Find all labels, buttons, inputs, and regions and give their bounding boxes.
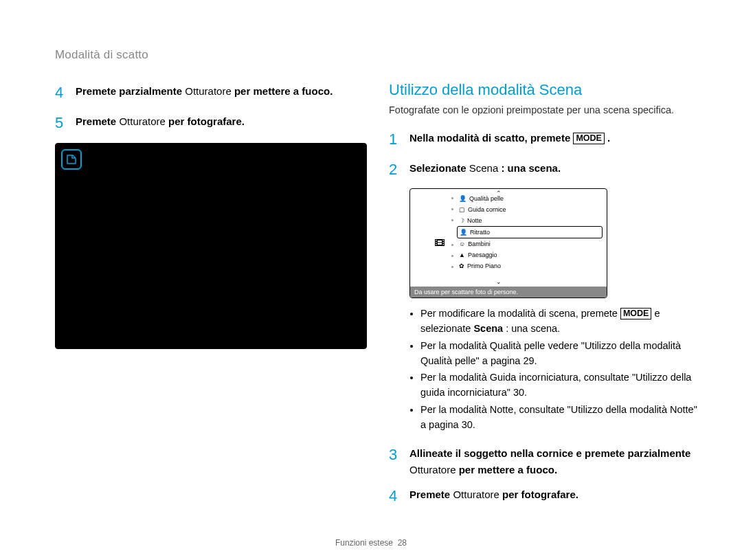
flower-icon: ✿	[459, 262, 464, 269]
svg-rect-8	[438, 243, 442, 245]
step-text: Allineate il soggetto nella cornice e pr…	[409, 443, 701, 478]
step-text: Premete Otturatore per fotografare.	[76, 111, 245, 135]
film-icon	[435, 238, 445, 249]
mountain-icon: ▲	[459, 251, 465, 258]
svg-rect-2	[436, 242, 437, 243]
step-text: Selezionate Scena : una scena.	[409, 158, 561, 181]
scene-item-guida-cornice: ▢Guida cornice	[457, 204, 603, 215]
frame-icon: ▢	[459, 206, 465, 213]
scene-item-primo-piano: ✿Primo Piano	[457, 260, 603, 271]
step-3: 3 Allineate il soggetto nella cornice e …	[389, 443, 701, 478]
step-text: Premete parzialmente Otturatore per mett…	[76, 81, 333, 104]
step-number: 2	[389, 158, 409, 181]
svg-rect-1	[436, 240, 437, 241]
left-column: 4 Premete parzialmente Otturatore per me…	[55, 81, 367, 515]
svg-rect-7	[438, 240, 442, 243]
notes-list: Per modificare la modalità di scena, pre…	[409, 306, 701, 432]
svg-rect-5	[443, 242, 445, 243]
camera-preview	[55, 143, 367, 349]
note-item: Per la modalità Qualità pelle vedere "Ut…	[420, 339, 701, 369]
scene-item-qualita-pelle: 👤Qualità pelle	[457, 193, 603, 204]
scene-item-notte: ☽Notte	[457, 215, 603, 226]
mode-button-icon: MODE	[620, 308, 652, 320]
step-4-right: 4 Premete Otturatore per fotografare.	[389, 484, 701, 508]
right-column: Utilizzo della modalità Scena Fotografat…	[389, 81, 701, 515]
scene-tip-bar: Da usare per scattare foto di persone.	[410, 287, 607, 298]
mode-button-icon: MODE	[573, 133, 605, 144]
scene-list: 👤Qualità pelle ▢Guida cornice ☽Notte 👤Ri…	[457, 193, 603, 271]
svg-rect-3	[436, 244, 437, 245]
step-1: 1 Nella modalità di scatto, premete MODE…	[389, 128, 701, 151]
note-icon	[61, 149, 82, 170]
step-5: 5 Premete Otturatore per fotografare.	[55, 111, 367, 135]
face-icon: 👤	[459, 195, 466, 202]
moon-icon: ☽	[459, 217, 464, 224]
step-4: 4 Premete parzialmente Otturatore per me…	[55, 81, 367, 104]
step-2: 2 Selezionate Scena : una scena.	[389, 158, 701, 181]
page-footer: Funzioni estese 28	[0, 538, 742, 548]
scroll-down-icon: ⌄	[496, 278, 502, 285]
scene-item-paesaggio: ▲Paesaggio	[457, 249, 603, 260]
note-item: Per la modalità Notte, consultate "Utili…	[420, 403, 701, 433]
svg-rect-6	[443, 244, 445, 245]
scene-menu-preview: ⌃ 👤Qualità pelle ▢Guida cornice ☽Notte 👤…	[409, 188, 607, 298]
child-icon: ☺	[459, 240, 465, 247]
svg-rect-4	[443, 240, 445, 241]
step-text: Premete Otturatore per fotografare.	[409, 484, 578, 508]
section-heading: Utilizzo della modalità Scena	[389, 81, 701, 99]
breadcrumb: Modalità di scatto	[55, 48, 701, 62]
note-item: Per modificare la modalità di scena, pre…	[420, 306, 701, 337]
step-number: 5	[55, 111, 76, 135]
note-item: Per la modalità Guida incorniciatura, co…	[420, 370, 701, 401]
step-number: 4	[389, 484, 409, 508]
scene-item-ritratto: 👤Ritratto	[457, 226, 603, 238]
scene-item-bambini: ☺Bambini	[457, 238, 603, 249]
step-number: 3	[389, 443, 409, 478]
portrait-icon: 👤	[460, 229, 467, 236]
step-number: 4	[55, 81, 76, 104]
section-subtext: Fotografate con le opzioni preimpostate …	[389, 103, 701, 117]
step-number: 1	[389, 128, 409, 151]
step-text: Nella modalità di scatto, premete MODE .	[409, 128, 610, 151]
